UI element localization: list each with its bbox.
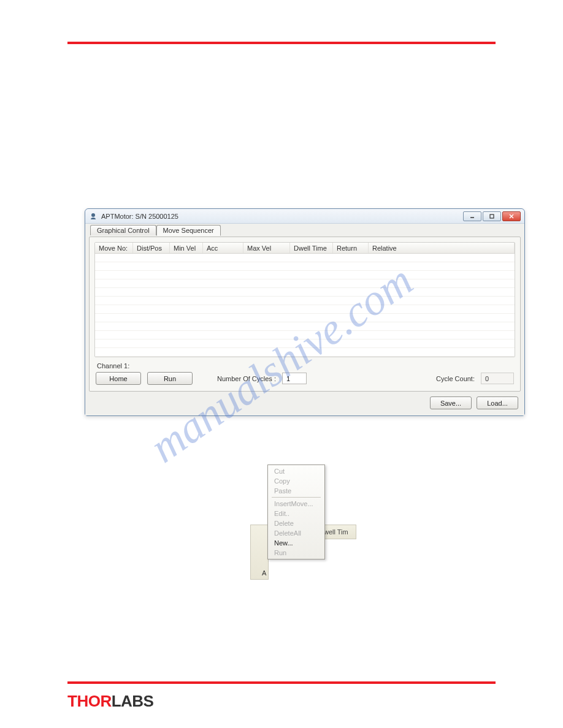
table-row[interactable] (95, 348, 515, 357)
col-return[interactable]: Return (333, 243, 369, 253)
table-row[interactable] (95, 305, 515, 314)
window-titlebar[interactable]: APTMotor: S/N 25000125 (85, 209, 524, 224)
tab-move-sequencer[interactable]: Move Sequencer (156, 225, 221, 236)
home-button[interactable]: Home (96, 372, 141, 385)
svg-point-0 (91, 213, 95, 217)
ctx-insertmove[interactable]: InsertMove... (269, 499, 323, 509)
table-row[interactable] (95, 297, 515, 305)
table-row[interactable] (95, 262, 515, 271)
tab-strip: Graphical Control Move Sequencer (90, 225, 521, 235)
num-cycles-label: Number Of Cycles : (217, 375, 276, 382)
context-menu[interactable]: Cut Copy Paste InsertMove... Edit.. Dele… (267, 464, 325, 559)
table-row[interactable] (95, 288, 515, 297)
col-dist-pos[interactable]: Dist/Pos (133, 243, 170, 253)
divider-top (67, 42, 496, 44)
close-button[interactable] (502, 211, 521, 221)
table-row[interactable] (95, 314, 515, 322)
table-row[interactable] (95, 322, 515, 331)
cycle-count-label: Cycle Count: (436, 375, 475, 382)
ctx-edit[interactable]: Edit.. (269, 509, 323, 518)
run-button[interactable]: Run (147, 372, 193, 385)
divider-bottom (67, 681, 496, 684)
col-max-vel[interactable]: Max Vel (243, 243, 290, 253)
col-acc[interactable]: Acc (203, 243, 243, 253)
load-button[interactable]: Load... (477, 396, 518, 409)
context-bg-right: well Tim (321, 525, 356, 539)
col-move-no[interactable]: Move No: (95, 243, 133, 253)
table-row[interactable] (95, 271, 515, 279)
col-dwell-time[interactable]: Dwell Time (290, 243, 333, 253)
ctx-copy[interactable]: Copy (269, 476, 323, 486)
logo-labs: LABS (112, 692, 154, 710)
aptmotor-window: APTMotor: S/N 25000125 Graphical Control… (85, 208, 525, 416)
maximize-button[interactable] (483, 211, 501, 221)
tab-graphical-control[interactable]: Graphical Control (90, 225, 156, 235)
ctx-run[interactable]: Run (269, 548, 323, 558)
col-relative[interactable]: Relative (369, 243, 515, 253)
svg-rect-2 (490, 214, 494, 218)
channel-label: Channel 1: (94, 361, 515, 371)
table-row[interactable] (95, 339, 515, 348)
table-row[interactable] (95, 254, 515, 262)
ctx-new[interactable]: New... (269, 538, 323, 548)
num-cycles-input[interactable]: 1 (282, 373, 307, 384)
move-sequencer-panel: Move No: Dist/Pos Min Vel Acc Max Vel Dw… (89, 237, 521, 392)
thorlabs-logo: THORLABS (67, 692, 153, 711)
minimize-button[interactable] (463, 211, 481, 221)
table-row[interactable] (95, 331, 515, 339)
window-title: APTMotor: S/N 25000125 (101, 213, 178, 220)
move-table[interactable]: Move No: Dist/Pos Min Vel Acc Max Vel Dw… (94, 242, 515, 357)
table-body[interactable] (95, 254, 515, 357)
cycle-count-value: 0 (481, 373, 514, 384)
col-min-vel[interactable]: Min Vel (170, 243, 203, 253)
save-button[interactable]: Save... (430, 396, 472, 409)
context-bg-left: A (250, 525, 269, 580)
context-bg-left-label: A (262, 569, 266, 577)
app-icon (89, 212, 98, 221)
ctx-separator (272, 497, 321, 498)
ctx-paste[interactable]: Paste (269, 486, 323, 496)
ctx-delete[interactable]: Delete (269, 518, 323, 528)
table-header: Move No: Dist/Pos Min Vel Acc Max Vel Dw… (95, 243, 515, 254)
logo-thor: THOR (67, 692, 112, 710)
table-row[interactable] (95, 279, 515, 288)
ctx-deleteall[interactable]: DeleteAll (269, 528, 323, 538)
ctx-cut[interactable]: Cut (269, 466, 323, 476)
